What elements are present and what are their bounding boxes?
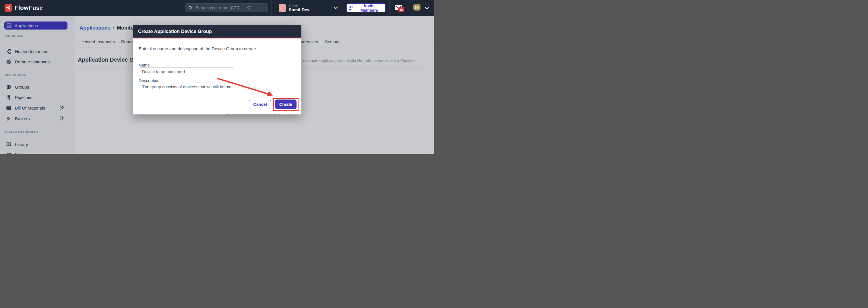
invite-members-button[interactable]: Invite Members (346, 3, 385, 12)
name-input[interactable] (138, 67, 236, 76)
modal-header: Create Application Device Group (133, 25, 301, 38)
brand-name: FlowFuse (14, 4, 43, 11)
team-label: TEAM: (289, 4, 309, 7)
flowfuse-app-screen: Applications INSTANCES Hosted Instances … (0, 0, 434, 154)
brand[interactable]: FlowFuse (5, 4, 43, 12)
team-selector[interactable]: TEAM: Sumit-Dev (279, 4, 309, 12)
user-menu-chevron-down-icon[interactable] (425, 7, 429, 9)
description-field-label: Description (138, 78, 160, 83)
flowfuse-logo-icon (5, 4, 12, 12)
top-navbar: FlowFuse TEAM: Sumit-Dev Invite Members (0, 0, 434, 16)
description-input[interactable] (138, 82, 236, 91)
modal-intro-text: Enter the name and description of the De… (138, 46, 257, 51)
invite-members-label: Invite Members (355, 3, 383, 12)
team-search[interactable] (185, 3, 268, 12)
modal-title: Create Application Device Group (138, 29, 212, 34)
navbar-divider (272, 0, 272, 16)
team-chevron-down-icon[interactable] (334, 6, 338, 9)
notifications-button[interactable]: 15 (395, 5, 405, 13)
user-plus-icon (348, 6, 353, 10)
user-avatar[interactable]: SU (413, 4, 421, 11)
search-icon (188, 6, 193, 10)
team-avatar (279, 4, 286, 12)
notification-badge: 15 (398, 7, 404, 12)
cancel-button[interactable]: Cancel (249, 100, 271, 109)
navbar-divider (407, 0, 407, 16)
team-name: Sumit-Dev (289, 7, 309, 12)
navbar-divider (389, 0, 390, 16)
search-input[interactable] (195, 5, 265, 10)
name-field-label: Name (138, 63, 150, 67)
create-button[interactable]: Create (275, 100, 297, 109)
create-device-group-modal: Create Application Device Group Enter th… (133, 25, 301, 114)
